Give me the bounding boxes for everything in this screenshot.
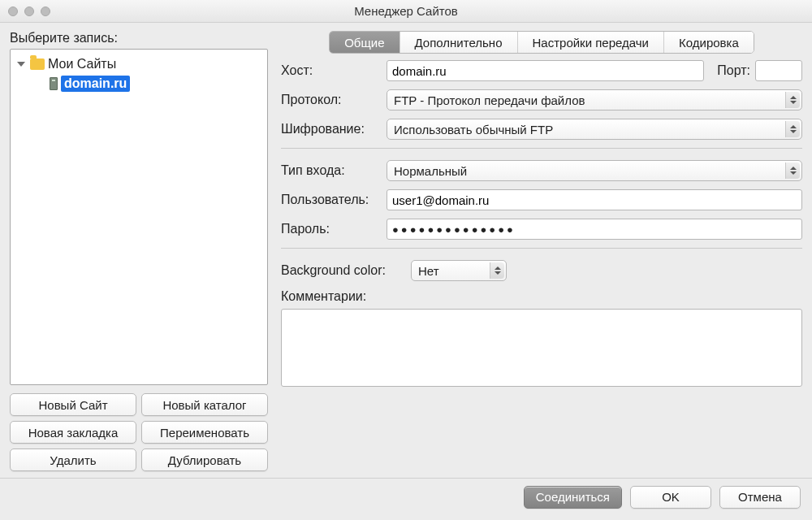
new-bookmark-button[interactable]: Новая закладка <box>10 421 136 444</box>
logon-type-label: Тип входа: <box>281 163 387 178</box>
titlebar: Менеджер Сайтов <box>0 0 812 23</box>
minimize-window-icon[interactable] <box>24 6 34 16</box>
tree-root-label: Мои Сайты <box>48 57 116 72</box>
tab-bar: Общие Дополнительно Настройки передачи К… <box>329 31 754 54</box>
user-label: Пользователь: <box>281 193 387 207</box>
new-bookmark-label: Новая закладка <box>28 426 119 440</box>
tab-advanced-label: Дополнительно <box>415 36 503 50</box>
row-host: Хост: Порт: <box>281 60 802 81</box>
bgcolor-label: Background color: <box>281 263 411 278</box>
password-masked: ●●●●●●●●●●●●●● <box>392 223 516 236</box>
tree-selected-label: domain.ru <box>61 76 130 92</box>
ok-label: OK <box>662 490 680 504</box>
logon-type-select[interactable]: Нормальный <box>387 160 802 181</box>
select-entry-label: Выберите запись: <box>10 31 268 46</box>
row-encryption: Шифрование: Использовать обычный FTP <box>281 119 802 140</box>
divider <box>281 248 802 249</box>
tab-transfer[interactable]: Настройки передачи <box>518 32 665 53</box>
divider <box>281 148 802 149</box>
cancel-label: Отмена <box>738 490 782 504</box>
connect-label: Соединиться <box>536 490 610 504</box>
tab-charset-label: Кодировка <box>679 36 739 50</box>
new-folder-label: Новый каталог <box>162 398 246 412</box>
encryption-label: Шифрование: <box>281 122 387 136</box>
password-label: Пароль: <box>281 222 387 236</box>
row-protocol: Протокол: FTP - Протокол передачи файлов <box>281 89 802 110</box>
connect-button[interactable]: Соединиться <box>524 486 622 509</box>
tab-general-label: Общие <box>344 36 384 50</box>
folder-icon <box>30 58 45 70</box>
tabs: Общие Дополнительно Настройки передачи К… <box>281 31 802 54</box>
chevron-down-icon[interactable] <box>17 62 25 67</box>
port-label: Порт: <box>717 63 750 78</box>
ok-button[interactable]: OK <box>630 486 711 509</box>
rename-label: Переименовать <box>160 426 249 440</box>
close-window-icon[interactable] <box>8 6 18 16</box>
new-site-label: Новый Сайт <box>38 398 107 412</box>
content-area: Выберите запись: Мои Сайты domain.ru Нов… <box>0 23 812 478</box>
window-title: Менеджер Сайтов <box>0 4 812 18</box>
tree-root-my-sites[interactable]: Мои Сайты <box>14 54 264 74</box>
duplicate-button[interactable]: Дублировать <box>141 448 268 471</box>
sites-tree[interactable]: Мои Сайты domain.ru <box>10 49 268 385</box>
traffic-lights <box>8 6 50 16</box>
row-password: Пароль: ●●●●●●●●●●●●●● <box>281 219 802 240</box>
new-site-button[interactable]: Новый Сайт <box>10 393 136 416</box>
delete-label: Удалить <box>50 453 96 467</box>
updown-icon <box>490 262 504 279</box>
tab-general[interactable]: Общие <box>330 32 400 53</box>
row-user: Пользователь: <box>281 189 802 210</box>
row-logon-type: Тип входа: Нормальный <box>281 160 802 181</box>
row-bgcolor: Background color: Нет <box>281 260 802 281</box>
protocol-select[interactable]: FTP - Протокол передачи файлов <box>387 89 802 110</box>
sidebar-buttons: Новый Сайт Новый каталог Новая закладка … <box>10 393 268 471</box>
cancel-button[interactable]: Отмена <box>719 486 801 509</box>
host-input[interactable] <box>387 60 704 81</box>
duplicate-label: Дублировать <box>168 453 241 467</box>
host-label: Хост: <box>281 63 387 78</box>
password-input[interactable]: ●●●●●●●●●●●●●● <box>387 219 802 240</box>
tree-item-domain-ru[interactable]: domain.ru <box>14 74 264 93</box>
protocol-label: Протокол: <box>281 93 387 107</box>
bgcolor-select[interactable]: Нет <box>411 260 507 281</box>
updown-icon <box>785 162 800 179</box>
port-input[interactable] <box>755 60 802 81</box>
sidebar: Выберите запись: Мои Сайты domain.ru Нов… <box>10 31 268 471</box>
delete-button[interactable]: Удалить <box>10 448 136 471</box>
encryption-select[interactable]: Использовать обычный FTP <box>387 119 802 140</box>
zoom-window-icon[interactable] <box>41 6 50 16</box>
tab-charset[interactable]: Кодировка <box>664 32 754 53</box>
tab-transfer-label: Настройки передачи <box>533 36 650 50</box>
comments-textarea[interactable] <box>281 309 802 387</box>
new-folder-button[interactable]: Новый каталог <box>141 393 268 416</box>
server-icon <box>50 77 58 90</box>
updown-icon <box>785 121 800 137</box>
protocol-value: FTP - Протокол передачи файлов <box>394 93 585 107</box>
updown-icon <box>785 92 800 108</box>
encryption-value: Использовать обычный FTP <box>394 123 553 136</box>
logon-type-value: Нормальный <box>394 164 467 178</box>
footer: Соединиться OK Отмена <box>0 478 812 515</box>
row-comments: Комментарии: <box>281 289 802 387</box>
bgcolor-value: Нет <box>418 264 439 278</box>
general-form: Хост: Порт: Протокол: FTP - Протокол пер… <box>281 60 802 387</box>
comments-label: Комментарии: <box>281 289 802 304</box>
tab-advanced[interactable]: Дополнительно <box>400 32 518 53</box>
main-panel: Общие Дополнительно Настройки передачи К… <box>281 31 802 471</box>
rename-button[interactable]: Переименовать <box>141 421 268 444</box>
user-input[interactable] <box>387 189 802 210</box>
